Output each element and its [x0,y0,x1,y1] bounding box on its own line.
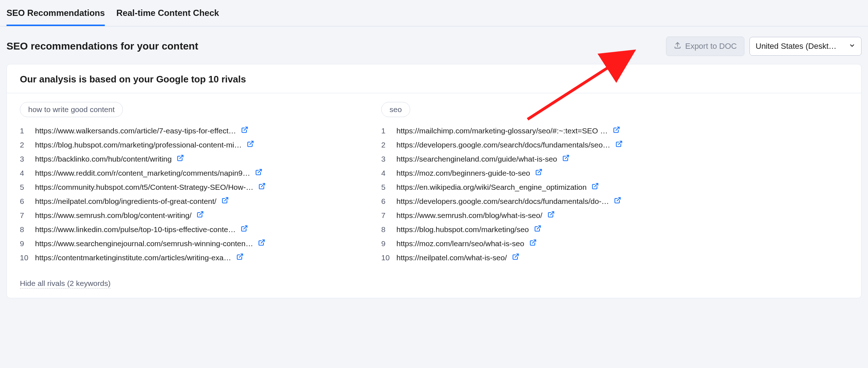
row-number: 8 [381,225,391,234]
external-link-icon[interactable] [236,253,244,260]
rival-url: https://blog.hubspot.com/marketing/profe… [35,141,242,149]
svg-line-6 [224,198,228,201]
hide-rivals-link[interactable]: Hide all rivals (2 keywords) [20,279,111,288]
external-link-icon[interactable] [615,140,623,147]
export-label: Export to DOC [685,42,737,51]
svg-line-13 [565,155,568,159]
header-row: SEO recommendations for your content Exp… [0,26,868,64]
svg-line-2 [250,141,253,145]
external-link-icon[interactable] [177,154,184,162]
svg-line-11 [616,127,619,130]
rival-row: 2https://blog.hubspot.com/marketing/prof… [20,138,367,152]
row-number: 5 [381,183,391,192]
tabs-bar: SEO Recommendations Real-time Content Ch… [0,0,868,26]
svg-line-3 [180,155,183,159]
external-link-icon[interactable] [614,197,621,204]
row-number: 6 [381,197,391,206]
svg-line-20 [515,254,518,257]
svg-line-16 [617,198,620,201]
row-number: 8 [20,225,30,234]
svg-line-15 [595,184,598,187]
rival-row: 1https://mailchimp.com/marketing-glossar… [381,124,728,138]
keyword-chip[interactable]: how to write good content [20,102,123,117]
external-link-icon[interactable] [512,253,519,260]
external-link-icon[interactable] [241,225,248,232]
svg-line-8 [244,226,247,229]
rival-url: https://searchengineland.com/guide/what-… [396,155,557,163]
svg-line-17 [550,212,554,215]
page-title: SEO recommendations for your content [7,40,198,52]
rival-row: 4https://moz.com/beginners-guide-to-seo [381,166,728,180]
external-link-icon[interactable] [592,183,599,190]
location-select[interactable]: United States (Deskt… [749,37,861,56]
rival-row: 2https://developers.google.com/search/do… [381,138,728,152]
header-actions: Export to DOC United States (Deskt… [666,37,861,56]
row-number: 3 [381,155,391,163]
external-link-icon[interactable] [247,140,254,147]
external-link-icon[interactable] [197,211,204,218]
rival-url: https://developers.google.com/search/doc… [396,141,610,149]
rival-url: https://backlinko.com/hub/content/writin… [35,155,172,163]
row-number: 2 [381,141,391,149]
external-link-icon[interactable] [258,183,266,190]
external-link-icon[interactable] [562,154,570,162]
external-link-icon[interactable] [547,211,555,218]
rival-url: https://mailchimp.com/marketing-glossary… [396,127,608,135]
rival-url: https://blog.hubspot.com/marketing/seo [396,225,529,234]
rival-url: https://moz.com/beginners-guide-to-seo [396,169,530,177]
rival-url: https://www.walkersands.com/article/7-ea… [35,127,236,135]
rival-row: 3https://searchengineland.com/guide/what… [381,152,728,166]
external-link-icon[interactable] [255,168,262,176]
rival-row: 6https://neilpatel.com/blog/ingredients-… [20,194,367,208]
external-link-icon[interactable] [535,168,542,176]
rival-row: 4https://www.reddit.com/r/content_market… [20,166,367,180]
row-number: 5 [20,183,30,192]
svg-line-10 [239,254,242,257]
keyword-chip[interactable]: seo [381,102,410,117]
row-number: 4 [381,169,391,177]
rival-row: 8https://www.linkedin.com/pulse/top-10-t… [20,222,367,236]
rival-row: 9https://www.searchenginejournal.com/sem… [20,236,367,251]
row-number: 7 [381,211,391,220]
rival-row: 5https://community.hubspot.com/t5/Conten… [20,180,367,194]
svg-line-1 [244,127,248,130]
rivals-columns: how to write good content 1https://www.w… [7,93,861,268]
svg-line-4 [258,170,262,173]
rival-url: https://www.reddit.com/r/content_marketi… [35,169,250,177]
svg-line-19 [532,240,536,243]
external-link-icon[interactable] [529,239,537,246]
rival-url: https://www.linkedin.com/pulse/top-10-ti… [35,225,236,234]
rivals-column: seo 1https://mailchimp.com/marketing-glo… [381,102,728,265]
rival-url: https://moz.com/learn/seo/what-is-seo [396,239,524,248]
rival-url: https://neilpatel.com/what-is-seo/ [396,253,507,262]
rivals-list: 1https://mailchimp.com/marketing-glossar… [381,124,728,265]
external-link-icon[interactable] [241,126,248,133]
rivals-column: how to write good content 1https://www.w… [20,102,367,265]
rival-row: 10https://contentmarketinginstitute.com/… [20,251,367,265]
rival-url: https://contentmarketinginstitute.com/ar… [35,253,231,262]
row-number: 10 [381,253,391,262]
tab-seo-recommendations[interactable]: SEO Recommendations [7,0,105,26]
row-number: 1 [381,127,391,135]
svg-line-9 [261,240,265,243]
rival-row: 3https://backlinko.com/hub/content/writi… [20,152,367,166]
external-link-icon[interactable] [534,225,541,232]
rival-row: 8https://blog.hubspot.com/marketing/seo [381,222,728,236]
svg-line-14 [538,170,541,173]
rival-row: 9https://moz.com/learn/seo/what-is-seo [381,236,728,251]
rival-row: 10https://neilpatel.com/what-is-seo/ [381,251,728,265]
external-link-icon[interactable] [222,197,229,204]
rival-url: https://www.searchenginejournal.com/semr… [35,239,253,248]
tab-realtime-content-check[interactable]: Real-time Content Check [116,0,219,26]
rival-row: 6https://developers.google.com/search/do… [381,194,728,208]
export-to-doc-button[interactable]: Export to DOC [666,37,744,56]
svg-line-5 [262,184,265,187]
row-number: 4 [20,169,30,177]
row-number: 9 [381,239,391,248]
row-number: 6 [20,197,30,206]
external-link-icon[interactable] [613,126,620,133]
rivals-list: 1https://www.walkersands.com/article/7-e… [20,124,367,265]
rivals-card-title: Our analysis is based on your Google top… [7,64,861,93]
external-link-icon[interactable] [258,239,265,246]
rival-url: https://community.hubspot.com/t5/Content… [35,183,253,192]
